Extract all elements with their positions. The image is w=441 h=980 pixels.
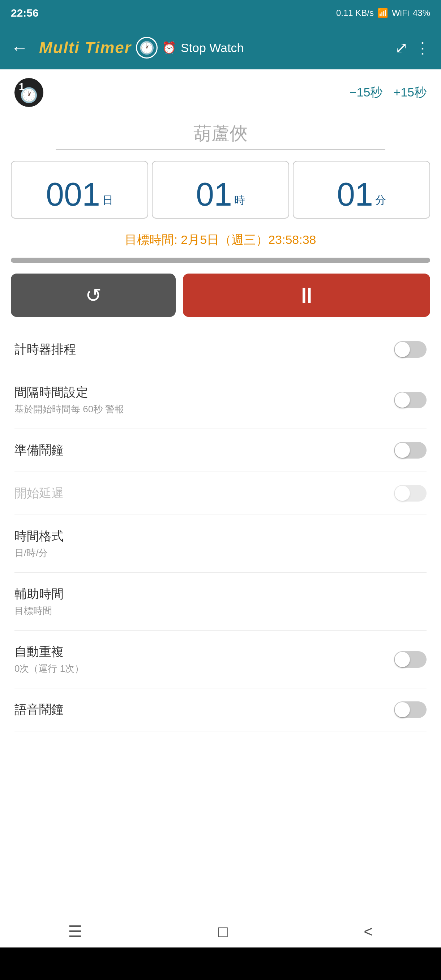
minutes-box[interactable]: 01 分 [293,161,430,219]
timer-name-display[interactable]: 葫蘆俠 [56,121,385,150]
clock-icon: ⏰ [162,41,177,54]
days-value: 001 [46,178,100,211]
settings-item-content-voice-alarm: 語音鬧鐘 [14,702,64,718]
pause-icon: ⏸ [296,283,317,308]
toggle-timer-schedule[interactable] [394,341,427,358]
settings-item-content-timer-schedule: 計時器排程 [14,341,76,358]
top-controls: 1 🕐 −15秒 +15秒 [0,69,441,111]
settings-title-voice-alarm: 語音鬧鐘 [14,702,64,718]
settings-item-voice-alarm[interactable]: 語音鬧鐘 [14,688,427,732]
app-title-text: Multi Timer [39,39,132,57]
settings-title-ready-alarm: 準備鬧鐘 [14,442,64,458]
settings-item-interval-time[interactable]: 間隔時間設定基於開始時間每 60秒 警報 [14,371,427,429]
toggle-knob-ready-alarm [395,443,410,458]
status-bar: 22:56 0.11 KB/s 📶 WiFi 43% [0,0,441,26]
toggle-knob-start-delay [395,486,410,501]
expand-button[interactable]: ⤢ [395,39,408,57]
days-label: 日 [102,193,113,208]
settings-title-timer-schedule: 計時器排程 [14,341,76,358]
toggle-start-delay [394,485,427,501]
app-title: Multi Timer 🕐 ⏰ Stop Watch [39,37,244,59]
toggle-interval-time[interactable] [394,392,427,408]
settings-title-start-delay: 開始延遲 [14,485,64,501]
minutes-label: 分 [375,193,386,208]
settings-item-start-delay[interactable]: 開始延遲 [14,472,427,515]
toggle-knob-auto-repeat [395,652,410,667]
settings-item-time-format[interactable]: 時間格式日/時/分 [14,515,427,573]
pause-button[interactable]: ⏸ [183,274,430,317]
time-display: 001 日 01 時 01 分 [11,161,430,219]
alarm-icon: 🕐 [136,37,158,59]
time-adjust-group: −15秒 +15秒 [350,84,427,101]
settings-item-ready-alarm[interactable]: 準備鬧鐘 [14,429,427,472]
stopwatch-label: Stop Watch [181,41,244,55]
bottom-nav: ☰ □ < [0,915,441,948]
app-bar: ← Multi Timer 🕐 ⏰ Stop Watch ⤢ ⋮ [0,26,441,69]
settings-item-assist-time[interactable]: 輔助時間目標時間 [14,573,427,630]
minus-15-button[interactable]: −15秒 [350,84,383,101]
toggle-ready-alarm[interactable] [394,442,427,458]
wifi-icon: WiFi [392,8,409,18]
toggle-voice-alarm[interactable] [394,702,427,718]
timer-name-section: 葫蘆俠 [0,111,441,154]
toggle-knob-interval-time [395,393,410,407]
action-buttons: ↺ ⏸ [11,274,430,317]
reset-icon: ↺ [85,284,102,307]
settings-subtitle-time-format: 日/時/分 [14,547,64,559]
title-t: T [85,39,95,56]
hours-value: 01 [196,178,232,211]
signal-icon: 📶 [377,8,388,18]
more-menu-button[interactable]: ⋮ [415,39,430,57]
settings-subtitle-assist-time: 目標時間 [14,605,64,617]
settings-subtitle-interval-time: 基於開始時間每 60秒 警報 [14,403,124,415]
settings-item-content-auto-repeat: 自動重複0次（運行 1次） [14,644,84,675]
settings-item-content-time-format: 時間格式日/時/分 [14,528,64,559]
settings-item-content-start-delay: 開始延遲 [14,485,64,501]
title-multi: Multi [39,39,85,56]
settings-item-content-assist-time: 輔助時間目標時間 [14,586,64,617]
days-box[interactable]: 001 日 [11,161,148,219]
settings-title-assist-time: 輔助時間 [14,586,64,602]
progress-bar-fill [11,258,430,263]
timer-badge: 1 🕐 [14,78,43,107]
reset-button[interactable]: ↺ [11,274,176,317]
main-content: 1 🕐 −15秒 +15秒 葫蘆俠 001 日 01 時 01 分 目標時間: … [0,69,441,948]
menu-nav-button[interactable]: ☰ [68,922,82,940]
settings-list: 計時器排程間隔時間設定基於開始時間每 60秒 警報準備鬧鐘開始延遲時間格式日/時… [0,328,441,732]
plus-15-button[interactable]: +15秒 [393,84,427,101]
back-nav-button[interactable]: < [364,923,373,940]
settings-item-auto-repeat[interactable]: 自動重複0次（運行 1次） [14,630,427,688]
settings-item-timer-schedule[interactable]: 計時器排程 [14,328,427,371]
timer-badge-number: 1 [19,81,25,92]
network-speed: 0.11 KB/s [336,8,374,18]
back-button[interactable]: ← [11,38,28,58]
settings-title-auto-repeat: 自動重複 [14,644,84,660]
hours-label: 時 [234,193,245,208]
battery-text: 43% [413,8,430,18]
target-time-display: 目標時間: 2月5日（週三）23:58:38 [0,226,441,254]
toggle-knob-timer-schedule [395,342,410,357]
toggle-knob-voice-alarm [395,702,410,717]
status-right: 0.11 KB/s 📶 WiFi 43% [336,8,430,18]
minutes-value: 01 [337,178,373,211]
home-nav-button[interactable]: □ [218,923,228,940]
toggle-auto-repeat[interactable] [394,651,427,668]
hours-box[interactable]: 01 時 [152,161,289,219]
settings-item-content-ready-alarm: 準備鬧鐘 [14,442,64,458]
settings-title-time-format: 時間格式 [14,528,64,544]
progress-bar [11,258,430,263]
status-time: 22:56 [11,7,39,19]
settings-title-interval-time: 間隔時間設定 [14,384,124,401]
settings-subtitle-auto-repeat: 0次（運行 1次） [14,662,84,675]
title-imer: imer [95,39,132,56]
settings-item-content-interval-time: 間隔時間設定基於開始時間每 60秒 警報 [14,384,124,415]
